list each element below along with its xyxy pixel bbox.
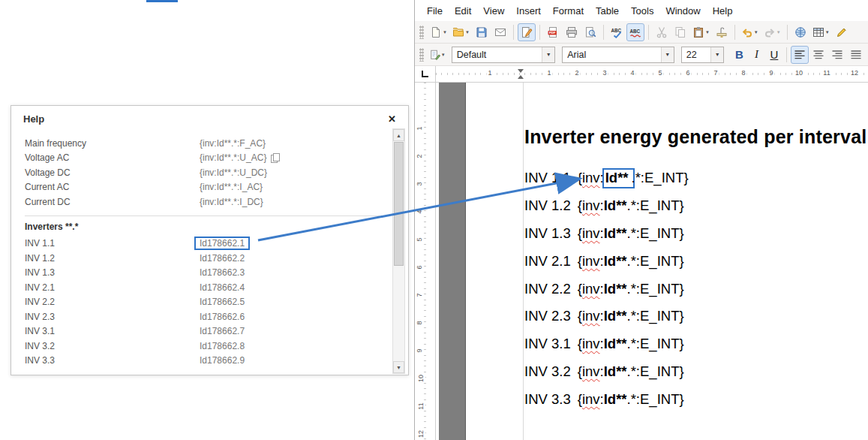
copy-icon[interactable] [271,153,279,162]
parameter-code[interactable]: {inv:Id**.*:I_AC} [200,182,263,192]
horizontal-ruler-track[interactable]: 1123456789101112 [436,66,868,82]
undo-icon[interactable]: ▼ [739,23,761,41]
inverter-id[interactable]: Id178662.5 [200,297,245,307]
svg-text:PDF: PDF [549,31,556,35]
menu-item-tools[interactable]: Tools [625,3,659,19]
tab-stop-selector[interactable] [415,66,436,82]
ruler-number: 8 [415,321,424,324]
italic-button[interactable]: I [748,46,764,64]
document-line[interactable]: INV 1.3{inv:Id**.*:E_INT} [524,220,868,248]
clone-formatting-icon[interactable] [713,23,731,41]
menu-item-edit[interactable]: Edit [449,3,477,19]
document-line[interactable]: INV 2.1{inv:Id**.*:E_INT} [524,247,868,275]
document-line[interactable]: INV 1.1{inv:Id**.*:E_INT} [524,164,868,192]
inverter-id[interactable]: Id178662.2 [200,253,245,264]
parameter-code[interactable]: {inv:Id**.*:I_DC} [200,197,263,207]
draw-functions-icon[interactable] [833,23,851,41]
copy-icon[interactable] [671,23,689,41]
auto-spellcheck-icon[interactable]: ABC [626,23,644,41]
svg-text:ABC: ABC [611,27,621,32]
dropdown-icon[interactable]: ▼ [441,53,446,57]
inverter-id[interactable]: Id178662.3 [200,267,245,278]
dropdown-icon[interactable]: ▼ [443,30,447,35]
update-paragraph-style-icon[interactable]: ▼ [428,46,448,64]
underline-button[interactable]: U [766,46,782,64]
dropdown-icon[interactable]: ▼ [705,30,710,35]
align-left-icon[interactable] [791,46,809,64]
document-heading[interactable]: Inverter energy generated per interval [524,126,868,148]
align-center-icon[interactable] [809,46,827,64]
font-name-select[interactable]: Arial ▼ [562,47,674,63]
dropdown-icon[interactable]: ▼ [661,47,674,62]
print-icon[interactable] [563,23,581,41]
dropdown-icon[interactable]: ▼ [710,47,723,62]
inverter-id-highlighted[interactable]: Id178662.1 [194,237,250,250]
print-preview-icon[interactable] [581,23,599,41]
misspelled-word: inv [582,225,600,242]
document-page[interactable]: Inverter energy generated per interval I… [467,83,868,440]
formatting-toolbar: ▼ Default ▼ Arial ▼ 22 ▼ B I U [415,44,868,66]
parameter-code[interactable]: {inv:Id**.*:U_AC} [200,152,266,163]
close-icon[interactable]: ✕ [388,113,396,125]
dropdown-icon[interactable]: ▼ [465,30,470,35]
menu-item-format[interactable]: Format [547,3,590,19]
indent-marker-icon[interactable] [518,69,524,79]
parameter-code[interactable]: {inv:Id**.*:F_AC} [200,138,266,149]
inverter-id[interactable]: Id178662.4 [200,282,245,293]
open-icon[interactable]: ▼ [450,23,472,41]
scroll-down-icon[interactable]: ▼ [393,361,404,373]
document-line[interactable]: INV 3.1{inv:Id**.*:E_INT} [524,330,868,358]
toolbar-drag-handle[interactable] [419,26,424,39]
spelling-icon[interactable]: ABC [608,23,626,41]
document-line[interactable]: INV 2.3{inv:Id**.*:E_INT} [524,303,868,330]
dropdown-icon[interactable]: ▼ [776,30,781,35]
document-line[interactable]: INV 3.2{inv:Id**.*:E_INT} [524,358,868,386]
align-right-icon[interactable] [828,46,846,64]
field-code: Id** [604,391,627,408]
help-panel-body: Main frequency {inv:Id**.*:F_AC} Voltage… [11,133,389,370]
scroll-up-icon[interactable]: ▲ [393,129,404,141]
vertical-ruler[interactable]: 123456789101112 [415,83,436,440]
field-code-selected[interactable]: Id** [602,168,635,188]
inverter-id[interactable]: Id178662.6 [200,312,245,322]
cut-icon[interactable] [653,23,671,41]
toolbar-separator [786,47,787,62]
dropdown-icon[interactable]: ▼ [825,30,830,35]
redo-icon[interactable]: ▼ [761,23,783,41]
inverter-ref: INV 2.1 [524,253,571,270]
document-line[interactable]: INV 1.2{inv:Id**.*:E_INT} [524,192,868,220]
save-icon[interactable] [473,23,491,41]
inverter-id[interactable]: Id178662.7 [200,326,245,336]
parameter-label: Voltage AC [25,152,200,163]
menu-item-insert[interactable]: Insert [510,3,547,19]
horizontal-ruler[interactable]: 1123456789101112 [415,66,868,83]
menu-item-help[interactable]: Help [707,3,739,19]
menu-item-table[interactable]: Table [590,3,625,19]
paste-icon[interactable]: ▼ [690,23,712,41]
new-document-icon[interactable]: ▼ [428,23,449,41]
menu-item-view[interactable]: View [477,3,510,19]
parameter-code[interactable]: {inv:Id**.*:U_DC} [200,167,267,178]
menu-item-window[interactable]: Window [659,3,706,19]
paragraph-style-select[interactable]: Default ▼ [452,47,556,63]
dropdown-icon[interactable]: ▼ [542,47,554,62]
scrollbar[interactable]: ▲ ▼ [392,128,405,374]
document-line[interactable]: INV 3.3{inv:Id**.*:E_INT} [524,385,868,413]
ruler-number: 2 [573,69,580,77]
hyperlink-icon[interactable] [791,23,809,41]
align-justify-icon[interactable] [847,46,865,64]
bold-button[interactable]: B [731,46,747,64]
ruler-number: 3 [601,69,608,77]
insert-table-icon[interactable]: ▼ [810,23,832,41]
menu-item-file[interactable]: File [421,3,449,19]
dropdown-icon[interactable]: ▼ [754,30,758,35]
export-pdf-icon[interactable]: PDF [544,23,562,41]
scrollbar-thumb[interactable] [394,142,404,266]
inverter-id[interactable]: Id178662.8 [200,341,245,351]
font-size-select[interactable]: 22 ▼ [681,47,724,63]
edit-mode-icon[interactable] [518,23,536,41]
inverter-id[interactable]: Id178662.9 [200,355,245,366]
document-line[interactable]: INV 2.2{inv:Id**.*:E_INT} [524,275,868,303]
send-email-icon[interactable] [491,23,509,41]
toolbar-drag-handle[interactable] [419,48,424,62]
